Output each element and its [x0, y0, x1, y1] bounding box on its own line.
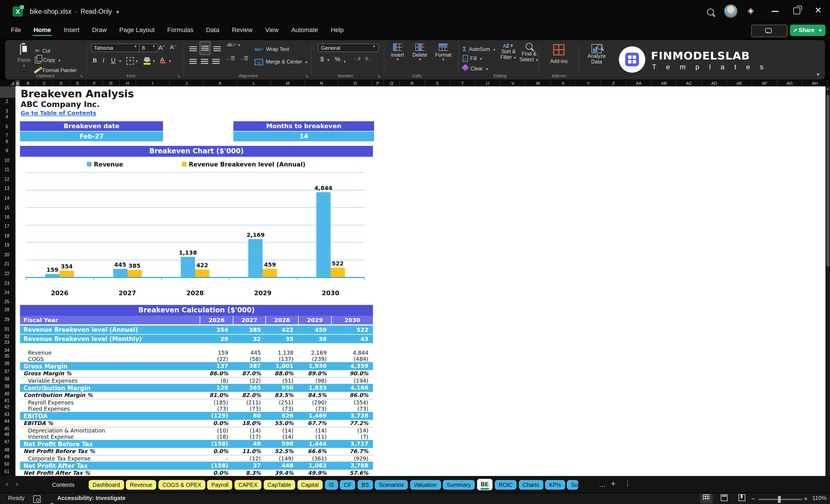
row-header-37[interactable]: 37	[0, 369, 14, 374]
sheet-tab-dashboard[interactable]: Dashboard	[88, 480, 124, 490]
cell-value[interactable]: 445	[233, 349, 265, 355]
collapse-ribbon-icon[interactable]: ▼	[816, 72, 820, 77]
merge-center-button[interactable]: ↔ Merge & Center ▼	[255, 56, 308, 66]
row-header-48[interactable]: 48	[0, 447, 14, 452]
search-icon[interactable]	[707, 8, 714, 15]
cell-value[interactable]: 32	[233, 335, 265, 343]
accounting-format-button[interactable]: $	[320, 56, 324, 62]
menu-tab-formulas[interactable]: Formulas	[161, 23, 200, 38]
restore-button[interactable]	[793, 7, 800, 14]
cell-value[interactable]: 76.7%	[331, 448, 373, 454]
menu-tab-automate[interactable]: Automate	[285, 23, 324, 38]
table-row-cogs[interactable]: COGS(22)(58)(137)(239)(484)	[20, 355, 373, 362]
decrease-decimal-button[interactable]: .0→	[364, 57, 372, 61]
cell-value[interactable]: 522	[331, 325, 373, 334]
cell-value[interactable]: 1,444	[298, 440, 331, 448]
cell-value[interactable]: 950	[265, 384, 298, 391]
page-break-view-button[interactable]	[736, 494, 748, 503]
page-layout-view-button[interactable]	[718, 494, 731, 503]
menu-tab-file[interactable]: File	[5, 23, 27, 38]
column-header-F[interactable]: F	[86, 80, 103, 86]
comments-button[interactable]: Comments	[751, 25, 788, 37]
cell-value[interactable]: 1,469	[298, 412, 331, 420]
menu-tab-review[interactable]: Review	[226, 23, 259, 38]
row-header-15[interactable]: 15	[0, 206, 14, 211]
cell-value[interactable]: 89.0%	[298, 370, 331, 377]
cell-value[interactable]: (98)	[298, 377, 331, 384]
cell-value[interactable]: 354	[200, 325, 233, 334]
menu-tab-page-layout[interactable]: Page Layout	[113, 23, 161, 38]
align-center-button[interactable]	[201, 56, 208, 66]
cell-value[interactable]: (354)	[331, 399, 373, 405]
accounting-dropdown[interactable]: ▼	[327, 58, 330, 62]
share-button[interactable]: ↗ Share▼	[790, 25, 825, 36]
cell-value[interactable]: (12)	[233, 455, 265, 461]
cut-button[interactable]: ✂ Cut	[35, 44, 50, 55]
cell-value[interactable]: 0.0%	[200, 469, 233, 476]
column-header-V[interactable]: V	[501, 80, 526, 86]
premium-diamond-icon[interactable]: ◈	[747, 6, 754, 15]
row-header-34[interactable]: 34	[0, 348, 14, 353]
copy-button[interactable]: Copy ▼	[35, 54, 61, 64]
column-header-W[interactable]: W	[526, 80, 551, 86]
cell-value[interactable]: (290)	[298, 399, 331, 405]
sheet-tab-valuation[interactable]: Valuation	[410, 480, 441, 490]
decrease-indent-button[interactable]: ←☰	[225, 56, 235, 61]
selected-row-header[interactable]	[0, 86, 17, 98]
row-header-9[interactable]: 9	[0, 148, 14, 153]
insert-cells-button[interactable]: Insert▼	[387, 43, 408, 61]
row-header-39[interactable]: 39	[0, 384, 14, 389]
sheet-tab-charts[interactable]: Charts	[518, 480, 543, 490]
row-header-50[interactable]: 50	[0, 462, 14, 467]
font-dialog-launcher[interactable]: ↘	[177, 74, 180, 78]
shrink-font-button[interactable]: A˅	[170, 44, 176, 50]
cell-value[interactable]: 80	[233, 412, 265, 420]
menu-tab-home[interactable]: Home	[27, 23, 57, 38]
row-header-4[interactable]: 4	[0, 115, 14, 120]
sheet-tab-cf[interactable]: CF	[340, 480, 355, 490]
sheet-tab-contents[interactable]: Contents	[48, 480, 78, 490]
cell-value[interactable]: (361)	[298, 455, 331, 461]
table-row-corporate-tax-expense[interactable]: Corporate Tax Expense-(12)(149)(361)(929…	[20, 455, 373, 461]
column-header-O[interactable]: O	[339, 80, 372, 86]
tab-overflow-button[interactable]: …	[599, 480, 606, 489]
cell-value[interactable]: 57.6%	[331, 469, 373, 476]
cell-value[interactable]: (251)	[265, 399, 298, 405]
cell-value[interactable]: 3,717	[331, 440, 373, 448]
cell-value[interactable]: 37	[233, 461, 265, 469]
cell-value[interactable]: 38	[298, 335, 331, 343]
cell-value[interactable]: -	[200, 455, 233, 461]
row-header-2[interactable]: 2	[0, 99, 14, 104]
sheet-tab-roic[interactable]: ROIC	[494, 480, 516, 490]
table-row-net-profit-before-tax[interactable]: Net Profit Before Tax(158)495981,4443,71…	[20, 440, 373, 448]
row-header-29[interactable]: 29	[0, 317, 14, 322]
sheet-tab-capital[interactable]: Capital	[297, 480, 323, 490]
column-header-T[interactable]: T	[450, 80, 475, 86]
row-header-16[interactable]: 16	[0, 215, 14, 220]
tab-nav-arrows[interactable]: ‹›	[6, 480, 26, 488]
paste-button[interactable]: Paste ▼	[17, 44, 18, 55]
cell-value[interactable]: (14)	[298, 427, 331, 433]
cell-value[interactable]: (14)	[265, 433, 298, 440]
sheet-tab-summary[interactable]: Summary	[443, 480, 475, 490]
fill-button[interactable]: ↓ Fill ▼	[463, 52, 483, 62]
cell-value[interactable]: 86.0%	[200, 370, 233, 377]
column-header-R[interactable]: R	[400, 80, 425, 86]
macro-sheet-icon[interactable]	[33, 496, 41, 503]
cell-value[interactable]: 387	[233, 362, 265, 370]
cell-value[interactable]: (14)	[331, 427, 373, 433]
column-header-Z[interactable]: Z	[601, 80, 626, 86]
column-header-G[interactable]: G	[103, 80, 120, 86]
number-dialog-launcher[interactable]: ↘	[377, 74, 380, 78]
cell-value[interactable]: 459	[298, 325, 331, 334]
table-row-interest-expense[interactable]: Interest Expense(18)(17)(14)(11)(7)	[20, 433, 373, 440]
vertical-scroll-thumb[interactable]	[826, 95, 829, 266]
cell-value[interactable]: 66.6%	[298, 448, 331, 454]
column-header-U[interactable]: U	[475, 80, 501, 86]
underline-dropdown[interactable]: ▼	[119, 60, 122, 63]
cell-value[interactable]: 8.3%	[233, 469, 265, 476]
row-header-26[interactable]: 26	[0, 307, 14, 312]
sheet-tab-payroll[interactable]: Payroll	[208, 480, 232, 490]
increase-indent-button[interactable]: →☰	[238, 56, 248, 61]
cell-value[interactable]: 448	[265, 461, 298, 469]
